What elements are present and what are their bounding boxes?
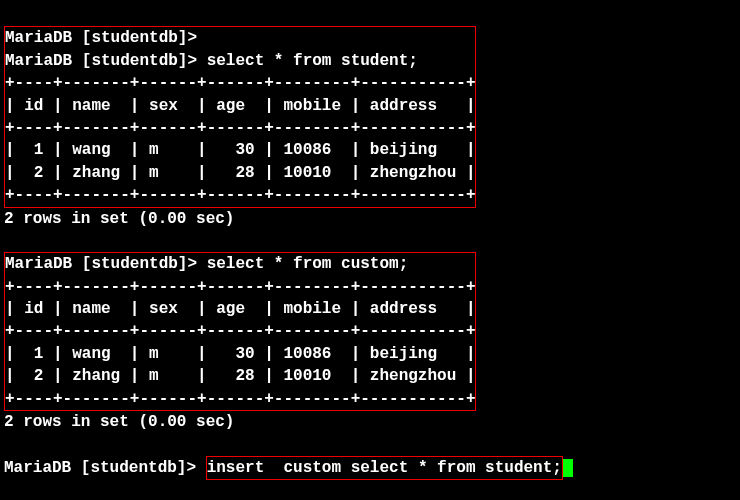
table-border: +----+-------+------+------+--------+---… — [5, 119, 475, 137]
table-header-row: | id | name | sex | age | mobile | addre… — [5, 300, 475, 318]
table-row: | 2 | zhang | m | 28 | 10010 | zhengzhou… — [5, 164, 475, 182]
status-line: 2 rows in set (0.00 sec) — [4, 210, 234, 228]
table-border: +----+-------+------+------+--------+---… — [5, 322, 475, 340]
prompt: MariaDB [studentdb]> — [4, 459, 196, 477]
table-row: | 1 | wang | m | 30 | 10086 | beijing | — [5, 141, 475, 159]
table-border: +----+-------+------+------+--------+---… — [5, 186, 475, 204]
table-border: +----+-------+------+------+--------+---… — [5, 74, 475, 92]
prompt: MariaDB [studentdb]> — [5, 255, 197, 273]
query-result-block-2: MariaDB [studentdb]> select * from custo… — [4, 252, 476, 411]
table-border: +----+-------+------+------+--------+---… — [5, 278, 475, 296]
sql-query: select * from custom; — [207, 255, 409, 273]
table-header-row: | id | name | sex | age | mobile | addre… — [5, 97, 475, 115]
table-row: | 2 | zhang | m | 28 | 10010 | zhengzhou… — [5, 367, 475, 385]
cursor-icon — [563, 459, 573, 477]
table-row: | 1 | wang | m | 30 | 10086 | beijing | — [5, 345, 475, 363]
sql-query: select * from student; — [207, 52, 418, 70]
terminal-output: MariaDB [studentdb]> MariaDB [studentdb]… — [4, 4, 736, 480]
sql-query[interactable]: insert custom select * from student; — [207, 459, 562, 477]
query-result-block-1: MariaDB [studentdb]> MariaDB [studentdb]… — [4, 26, 476, 207]
current-query-highlight: insert custom select * from student; — [206, 456, 563, 480]
prompt: MariaDB [studentdb]> — [5, 29, 197, 47]
prompt: MariaDB [studentdb]> — [5, 52, 197, 70]
status-line: 2 rows in set (0.00 sec) — [4, 413, 234, 431]
table-border: +----+-------+------+------+--------+---… — [5, 390, 475, 408]
